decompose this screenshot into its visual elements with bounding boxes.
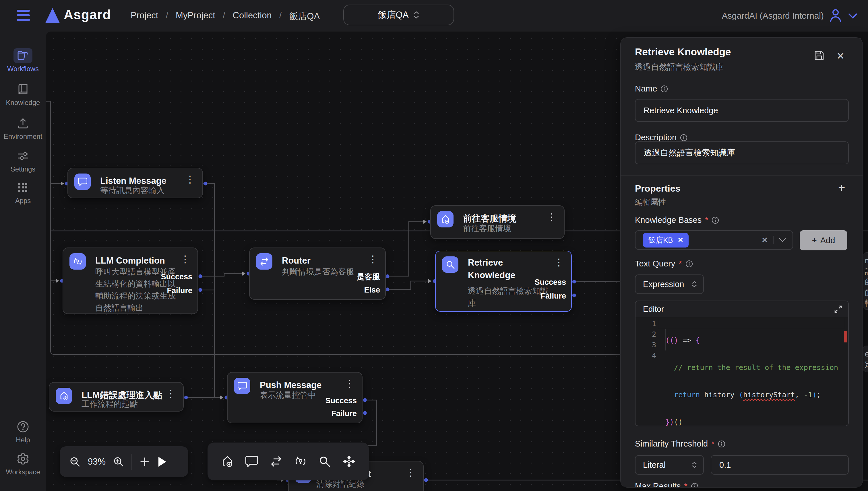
grid-icon [13, 180, 32, 195]
zoom-out-icon[interactable] [70, 456, 80, 467]
top-bar: Asgard Project / MyProject / Collection … [0, 0, 868, 32]
sidebar-item-knowledge[interactable]: Knowledge [0, 82, 46, 107]
node-title: Router [282, 254, 310, 267]
node-llm-error-entry[interactable]: LLM錯誤處理進入點 工作流程的起點 ⋮ [49, 382, 184, 411]
breadcrumb-project[interactable]: Project [131, 10, 158, 22]
sidebar-item-label: Help [0, 436, 46, 444]
properties-subtitle: 編輯屬性 [635, 197, 666, 207]
workflow-selector[interactable]: 飯店QA [343, 5, 454, 25]
chevron-down-icon[interactable] [779, 238, 786, 242]
panel-subtitle: 透過自然語言檢索知識庫 [635, 62, 723, 73]
port-failure[interactable]: Failure [331, 408, 357, 419]
info-icon[interactable] [718, 440, 725, 448]
user-icon[interactable] [829, 8, 843, 24]
run-icon[interactable] [157, 456, 167, 467]
add-kb-button[interactable]: +Add [800, 230, 847, 250]
gear-icon [13, 452, 32, 466]
retrieve-node-icon[interactable] [319, 456, 331, 467]
sidebar-item-environment[interactable]: Environment [0, 116, 46, 141]
port-failure[interactable]: Failure [541, 291, 566, 301]
entry-node-icon[interactable] [221, 455, 234, 468]
message-icon [74, 174, 91, 190]
node-desc: 表示流量控管中 [260, 389, 316, 401]
sidebar-item-apps[interactable]: Apps [0, 180, 46, 205]
message-node-icon[interactable] [245, 456, 258, 467]
node-llm-completion[interactable]: LLM Completion 呼叫大型語言模型並產生結構化的資料輸出以輔助流程的… [62, 248, 198, 314]
info-icon[interactable] [680, 134, 687, 141]
expression-editor: Editor 1 2 3 4 (() => { // return the re… [635, 300, 849, 426]
save-icon[interactable] [813, 50, 825, 62]
node-menu-icon[interactable]: ⋮ [554, 256, 564, 268]
description-input[interactable]: 透過自然語言檢索知識庫 [635, 141, 849, 164]
node-title: Retrieve Knowledge [468, 256, 531, 282]
port-failure[interactable]: Failure [167, 285, 192, 296]
code-area[interactable]: 1 2 3 4 (() => { // return the result of… [635, 317, 848, 426]
breadcrumb-workflow[interactable]: 飯店QA [289, 10, 320, 22]
name-input[interactable]: Retrieve Knowledge [635, 99, 849, 122]
tag-remove-icon[interactable]: ✕ [678, 236, 683, 244]
add-node-icon[interactable] [139, 457, 150, 467]
menu-icon[interactable] [17, 10, 30, 22]
sidebar-item-settings[interactable]: Settings [0, 149, 46, 173]
help-circle-icon [13, 419, 32, 434]
node-push-message[interactable]: Push Message 表示流量控管中 ⋮ Success Failure [227, 372, 362, 423]
node-desc: 判斷情境是否為客服 [282, 266, 354, 278]
sidebar-item-label: Settings [0, 165, 46, 173]
similarity-mode-select[interactable]: Literal [635, 455, 704, 475]
sidebar-item-workflows[interactable]: Workflows [0, 48, 46, 73]
node-menu-icon[interactable]: ⋮ [180, 253, 190, 265]
port-else[interactable]: Else [364, 285, 380, 295]
sidebar-item-label: Environment [0, 133, 46, 141]
port-success[interactable]: Success [535, 277, 566, 287]
port-success[interactable]: Success [325, 396, 357, 406]
description-label: Description [635, 133, 687, 142]
info-icon[interactable] [711, 216, 719, 224]
entry-icon [56, 388, 72, 404]
info-icon[interactable] [691, 483, 698, 488]
editor-title: Editor [643, 305, 664, 314]
node-goto-cs[interactable]: 前往客服情境 前往客服情境 ⋮ [430, 205, 565, 239]
breadcrumb-collection[interactable]: Collection [233, 10, 272, 22]
breadcrumb-myproject[interactable]: MyProject [176, 10, 215, 22]
zoom-in-icon[interactable] [113, 456, 124, 467]
node-menu-icon[interactable]: ⋮ [547, 211, 557, 223]
sidebar-item-workspace[interactable]: Workspace [0, 452, 46, 476]
node-menu-icon[interactable]: ⋮ [368, 253, 378, 265]
code-lines: (() => { // return the result of the exp… [666, 318, 842, 426]
port-success[interactable]: Success [161, 271, 192, 282]
clipped-tooltip: m 語 的 的 輸 [863, 252, 868, 310]
expand-icon[interactable] [834, 305, 842, 314]
close-icon[interactable]: ✕ [836, 50, 845, 62]
panel-title: Retrieve Knowledge [635, 46, 731, 58]
knowledge-bases-label: Knowledge Bases* [635, 215, 719, 225]
sidebar-item-label: Workspace [0, 468, 46, 476]
text-query-mode-select[interactable]: Expression [635, 275, 704, 294]
clear-icon[interactable]: ✕ [761, 236, 768, 244]
sidebar-item-help[interactable]: Help [0, 419, 46, 444]
node-listen-message[interactable]: Listen Message 等待訊息內容輸入 ⋮ [67, 168, 203, 198]
node-router[interactable]: Router 判斷情境是否為客服 ⋮ 是客服 Else [249, 248, 386, 300]
port-is-cs[interactable]: 是客服 [357, 271, 380, 282]
chevron-down-icon[interactable] [847, 12, 858, 21]
sidebar-item-label: Apps [0, 197, 46, 205]
kb-multiselect[interactable]: 飯店KB ✕ ✕ [635, 230, 793, 250]
node-desc: 工作流程的起點 [82, 398, 138, 410]
router-icon [256, 253, 272, 269]
node-menu-icon[interactable]: ⋮ [166, 388, 176, 399]
node-menu-icon[interactable]: ⋮ [406, 467, 416, 478]
info-icon[interactable] [685, 260, 693, 267]
add-property-icon[interactable]: + [838, 181, 845, 195]
node-retrieve-knowledge[interactable]: Retrieve Knowledge 透過自然語言檢索知識庫 ⋮ Success… [435, 251, 572, 312]
properties-title: Properties [635, 183, 680, 194]
router-node-icon[interactable] [270, 456, 282, 467]
info-icon[interactable] [660, 85, 668, 93]
node-palette-toolbar [208, 442, 369, 481]
name-label: Name [635, 84, 668, 93]
llm-icon [70, 253, 86, 269]
move-tool-icon[interactable] [343, 455, 356, 468]
node-menu-icon[interactable]: ⋮ [185, 174, 195, 185]
similarity-value-input[interactable]: 0.1 [711, 455, 849, 475]
node-menu-icon[interactable]: ⋮ [345, 378, 354, 389]
sidebar-item-label: Workflows [0, 65, 46, 73]
llm-node-icon[interactable] [294, 455, 307, 468]
